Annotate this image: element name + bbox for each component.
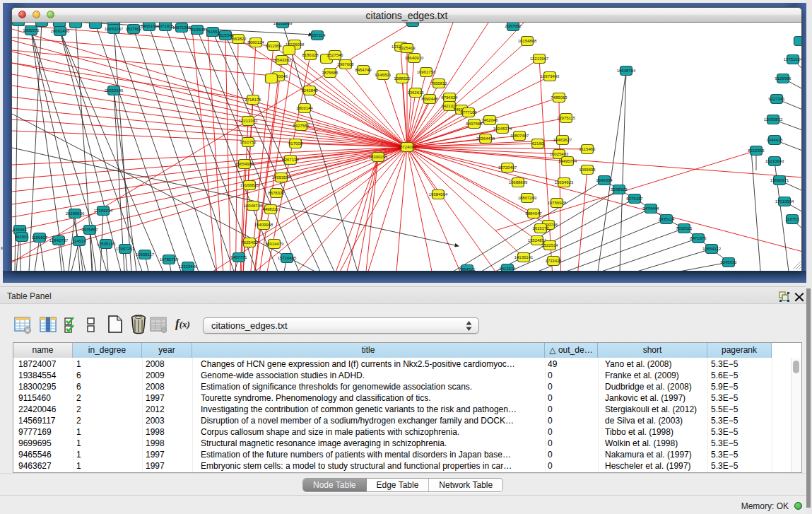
svg-text:9777169: 9777169 [460, 110, 477, 115]
svg-text:14136141: 14136141 [514, 255, 534, 259]
svg-text:20206536: 20206536 [66, 211, 85, 216]
svg-text:6379197: 6379197 [626, 197, 643, 201]
svg-text:12213967: 12213967 [530, 57, 549, 61]
svg-text:12505195: 12505195 [97, 242, 116, 246]
svg-text:1362615: 1362615 [407, 90, 424, 95]
svg-text:1413614: 1413614 [499, 267, 516, 271]
svg-text:10025483: 10025483 [550, 152, 569, 156]
svg-text:6497568: 6497568 [466, 122, 483, 126]
svg-text:62160: 62160 [532, 141, 544, 146]
svg-text:15409948: 15409948 [254, 223, 273, 227]
svg-text:417008: 417008 [288, 141, 303, 146]
svg-text:13692971: 13692971 [770, 178, 789, 182]
svg-text:20053346: 20053346 [105, 88, 124, 93]
svg-text:7864521: 7864521 [459, 267, 476, 271]
svg-text:12942737: 12942737 [49, 238, 69, 243]
svg-text:2803144: 2803144 [296, 106, 313, 110]
svg-text:1615172: 1615172 [532, 226, 549, 230]
svg-text:1733426: 1733426 [545, 259, 562, 263]
svg-text:991591: 991591 [15, 235, 30, 239]
svg-text:6466160: 6466160 [141, 24, 158, 28]
svg-text:1325419: 1325419 [399, 46, 416, 50]
svg-text:9975857: 9975857 [81, 228, 98, 232]
svg-text:2718176: 2718176 [245, 98, 261, 102]
svg-text:1527602: 1527602 [125, 27, 142, 31]
svg-text:13654923: 13654923 [555, 180, 574, 185]
svg-text:2967608: 2967608 [337, 62, 354, 66]
svg-text:12093832: 12093832 [764, 117, 783, 122]
svg-text:1527546: 1527546 [326, 53, 343, 57]
svg-text:18807269: 18807269 [518, 196, 537, 200]
svg-text:2087682: 2087682 [505, 24, 522, 28]
svg-text:9474444: 9474444 [642, 206, 659, 211]
svg-text:8678332: 8678332 [268, 191, 285, 195]
svg-text:15716485: 15716485 [278, 256, 297, 260]
svg-text:7485063: 7485063 [551, 95, 567, 100]
svg-text:15751024: 15751024 [784, 57, 801, 62]
svg-text:7955812: 7955812 [430, 81, 447, 86]
svg-text:8813054: 8813054 [404, 23, 421, 24]
svg-text:18724007: 18724007 [398, 145, 417, 149]
svg-text:12323446: 12323446 [179, 264, 198, 269]
svg-text:8215955: 8215955 [748, 148, 765, 153]
svg-text:16154808: 16154808 [518, 39, 537, 43]
svg-text:10973493: 10973493 [541, 74, 560, 78]
svg-text:16648784: 16648784 [617, 69, 636, 73]
svg-text:7462046: 7462046 [481, 118, 498, 122]
svg-text:1810752: 1810752 [240, 140, 257, 144]
svg-text:16961758: 16961758 [417, 70, 436, 74]
svg-text:7632621: 7632621 [676, 226, 693, 230]
svg-text:1244415: 1244415 [766, 138, 783, 142]
svg-text:18640910: 18640910 [405, 56, 424, 60]
svg-text:9129996: 9129996 [775, 76, 792, 81]
svg-text:9242848: 9242848 [301, 88, 318, 93]
svg-text:9245032: 9245032 [720, 260, 737, 264]
svg-text:19463627: 19463627 [553, 138, 572, 142]
svg-text:16210643: 16210643 [765, 159, 784, 163]
svg-text:19166825: 19166825 [240, 183, 259, 187]
svg-text:8186328: 8186328 [302, 53, 319, 57]
svg-text:8471676: 8471676 [690, 236, 707, 240]
svg-text:7515546: 7515546 [189, 28, 206, 32]
svg-text:4498222: 4498222 [262, 207, 279, 211]
svg-text:1905572: 1905572 [23, 28, 40, 33]
svg-text:8660124: 8660124 [247, 40, 264, 45]
svg-text:17957253: 17957253 [116, 247, 135, 251]
svg-text:116753: 116753 [785, 217, 799, 221]
svg-text:6794024: 6794024 [441, 95, 458, 100]
svg-text:20691406: 20691406 [51, 29, 70, 33]
svg-text:10688609: 10688609 [509, 180, 528, 185]
svg-text:12975115: 12975115 [557, 116, 576, 120]
svg-text:10807487: 10807487 [510, 134, 529, 138]
svg-text:10245374: 10245374 [493, 127, 512, 131]
svg-text:10654112: 10654112 [702, 247, 722, 251]
svg-text:10543362: 10543362 [273, 58, 292, 62]
svg-text:18300295: 18300295 [369, 155, 388, 159]
svg-text:14495794: 14495794 [558, 159, 577, 163]
svg-text:8454749: 8454749 [355, 68, 372, 72]
svg-text:8990448: 8990448 [421, 97, 438, 101]
svg-text:17359934: 17359934 [94, 209, 113, 213]
svg-text:14353594: 14353594 [272, 175, 291, 180]
svg-text:19046748: 19046748 [244, 204, 263, 208]
svg-text:1640954: 1640954 [596, 178, 613, 182]
svg-text:935061: 935061 [13, 228, 28, 232]
svg-text:7515546: 7515546 [217, 33, 234, 37]
svg-text:20364436: 20364436 [476, 136, 495, 141]
svg-text:114519: 114519 [72, 239, 86, 243]
svg-text:8267130: 8267130 [282, 158, 299, 162]
svg-text:9146821: 9146821 [375, 73, 392, 77]
svg-text:12213392: 12213392 [239, 119, 258, 123]
svg-text:9115460: 9115460 [579, 147, 596, 151]
svg-text:1156827: 1156827 [32, 235, 49, 240]
svg-text:9457771: 9457771 [230, 255, 247, 259]
svg-text:19654985: 19654985 [235, 162, 254, 166]
svg-text:8427552: 8427552 [293, 124, 310, 128]
svg-text:1099695: 1099695 [579, 168, 596, 172]
svg-text:10958117: 10958117 [136, 252, 155, 257]
svg-text:2522514: 2522514 [541, 243, 558, 247]
svg-text:19756928: 19756928 [548, 201, 567, 205]
svg-text:1588520: 1588520 [394, 76, 411, 81]
svg-text:7357214: 7357214 [309, 33, 326, 37]
svg-text:15720407: 15720407 [498, 165, 517, 170]
